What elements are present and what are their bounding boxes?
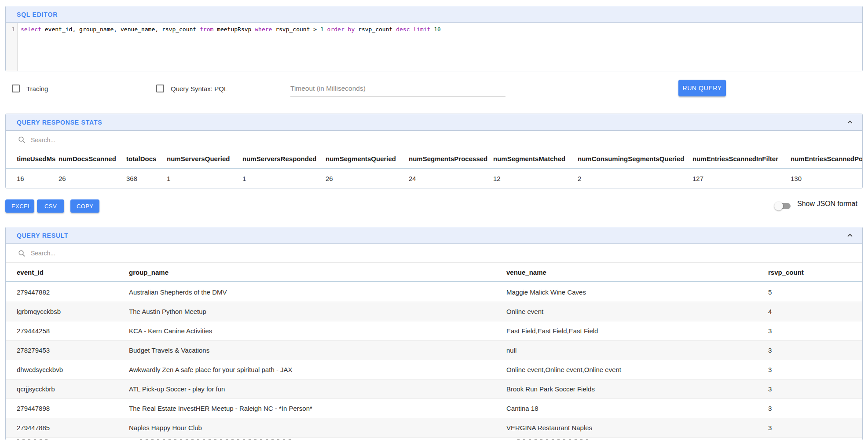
result-cell: Budget Travels & Vacations	[129, 341, 506, 360]
stats-value-cell: 24	[409, 169, 493, 188]
sql-token-number: 10	[434, 26, 441, 33]
stats-panel-title: QUERY RESPONSE STATS	[17, 119, 102, 126]
stats-column-header: numSegmentsProcessed	[409, 149, 493, 168]
sql-editor-panel: SQL EDITOR 1 select event_id, group_name…	[5, 6, 863, 71]
query-result-panel: QUERY RESULT event_idgroup_namevenue_nam…	[5, 227, 863, 440]
sql-token-plain	[324, 26, 327, 33]
result-cell: 3	[768, 399, 852, 418]
toggle-knob-icon	[774, 202, 783, 210]
stats-header-row: timeUsedMsnumDocsScannedtotalDocsnumServ…	[6, 149, 862, 169]
stats-column-header: numSegmentsMatched	[493, 149, 578, 168]
excel-button[interactable]: EXCEL	[5, 199, 34, 213]
stats-column-header: timeUsedMs	[6, 149, 59, 168]
stats-value-row: 1626368112624122127130	[6, 169, 862, 188]
stats-search-input[interactable]	[31, 136, 207, 144]
result-cell: Brook Run Park Soccer Fields	[506, 380, 768, 398]
copy-button[interactable]: COPY	[70, 199, 99, 213]
stats-column-header: totalDocs	[126, 149, 167, 168]
table-row: 278279453Budget Travels & Vacationsnull3	[6, 340, 862, 360]
stats-value-cell: 1	[242, 169, 326, 188]
stats-column-header: numConsumingSegmentsQueried	[578, 149, 692, 168]
result-cell: The Real Estate InvestHER Meetup - Ralei…	[129, 399, 506, 418]
result-cell: null	[506, 341, 768, 360]
sql-token-plain: event_id, group_name, venue_name, rsvp_c…	[41, 26, 200, 33]
result-cell: 3	[768, 418, 852, 437]
sql-token-plain: rsvp_count	[355, 26, 396, 33]
partial-clipped-row	[6, 437, 862, 440]
stats-panel-header: QUERY RESPONSE STATS	[6, 114, 862, 131]
result-cell: Maggie Malick Wine Caves	[506, 282, 768, 302]
result-column-header: group_name	[129, 263, 506, 281]
result-cell: dhwcdsycckbvb	[6, 360, 129, 379]
result-cell: VERGINA Restaurant Naples	[506, 418, 768, 437]
stats-search-row	[6, 131, 862, 149]
search-icon	[18, 250, 26, 257]
result-cell: 278279453	[6, 341, 129, 360]
sql-token-keyword: select	[21, 26, 41, 33]
sql-token-plain: meetupRsvp	[213, 26, 255, 33]
sql-token-keyword: desc	[396, 26, 410, 33]
sql-query[interactable]: select event_id, group_name, venue_name,…	[18, 23, 862, 71]
stats-column-header: numServersResponded	[242, 149, 326, 168]
result-cell: Online event	[506, 302, 768, 321]
sql-token-number: 1	[320, 26, 324, 33]
sql-token-keyword: where	[255, 26, 272, 33]
export-bar: EXCEL CSV COPY Show JSON format	[5, 199, 863, 213]
clipped-text-fragment	[17, 439, 51, 440]
show-json-toggle[interactable]	[774, 202, 792, 210]
table-row: 279447885Naples Happy Hour ClubVERGINA R…	[6, 418, 862, 437]
result-cell: qcrjjsycckbrb	[6, 380, 129, 398]
result-search-input[interactable]	[31, 250, 207, 257]
result-header-row: event_idgroup_namevenue_namersvp_count	[6, 263, 862, 282]
table-row: 279447882Australian Shepherds of the DMV…	[6, 282, 862, 302]
collapse-chevron-up-icon[interactable]	[846, 118, 854, 127]
result-cell: Online event,Online event,Online event	[506, 360, 768, 379]
result-cell: 279444258	[6, 321, 129, 340]
sql-code-editor[interactable]: 1 select event_id, group_name, venue_nam…	[6, 23, 862, 71]
stats-value-cell: 2	[578, 169, 692, 188]
table-row: dhwcdsycckbvbAwkwardly Zen A safe place …	[6, 360, 862, 379]
result-rows: 279447882Australian Shepherds of the DMV…	[6, 282, 862, 437]
sql-editor-header: SQL EDITOR	[6, 6, 862, 23]
collapse-chevron-up-icon[interactable]	[846, 231, 854, 240]
stats-value-cell: 127	[692, 169, 791, 188]
result-column-header: rsvp_count	[768, 263, 852, 281]
stats-column-header: numServersQueried	[167, 149, 242, 168]
pql-checkbox[interactable]	[156, 85, 164, 92]
stats-column-header: numSegmentsQueried	[326, 149, 409, 168]
sql-token-keyword: from	[200, 26, 213, 33]
run-query-button[interactable]: RUN QUERY	[678, 80, 726, 96]
table-row: 279447898The Real Estate InvestHER Meetu…	[6, 398, 862, 418]
query-response-stats-panel: QUERY RESPONSE STATS timeUsedMsnumDocsSc…	[5, 114, 863, 188]
stats-value-cell: 12	[493, 169, 578, 188]
pql-checkbox-group[interactable]: Query Syntax: PQL	[156, 85, 227, 92]
stats-value-cell: 368	[126, 169, 167, 188]
table-row: 279444258KCA - Kern Canine ActivitiesEas…	[6, 321, 862, 340]
result-cell: Awkwardly Zen A safe place for your spir…	[129, 360, 506, 379]
result-cell: East Field,East Field,East Field	[506, 321, 768, 340]
timeout-input[interactable]	[290, 82, 505, 96]
clipped-text-fragment	[140, 439, 292, 440]
sql-token-keyword: limit	[413, 26, 430, 33]
timeout-field	[290, 82, 505, 96]
result-cell: Cantina 18	[506, 399, 768, 418]
stats-value-cell: 16	[6, 169, 59, 188]
tracing-checkbox[interactable]	[12, 85, 20, 92]
line-number-gutter: 1	[6, 23, 18, 71]
result-cell: KCA - Kern Canine Activities	[129, 321, 506, 340]
tracing-checkbox-group[interactable]: Tracing	[12, 85, 48, 92]
stats-value-cell: 26	[326, 169, 409, 188]
result-cell: Australian Shepherds of the DMV	[129, 282, 506, 302]
result-cell: 3	[768, 341, 852, 360]
csv-button[interactable]: CSV	[37, 199, 64, 213]
table-row: lgrbmqycckbsbThe Austin Python MeetupOnl…	[6, 302, 862, 321]
result-cell: 3	[768, 321, 852, 340]
result-cell: 279447898	[6, 399, 129, 418]
result-panel-header: QUERY RESULT	[6, 227, 862, 244]
clipped-text-fragment	[517, 439, 590, 440]
search-icon	[18, 136, 26, 144]
result-cell: 3	[768, 380, 852, 398]
result-cell: 279447885	[6, 418, 129, 437]
stats-value-cell: 1	[167, 169, 242, 188]
sql-editor-title: SQL EDITOR	[17, 11, 58, 18]
